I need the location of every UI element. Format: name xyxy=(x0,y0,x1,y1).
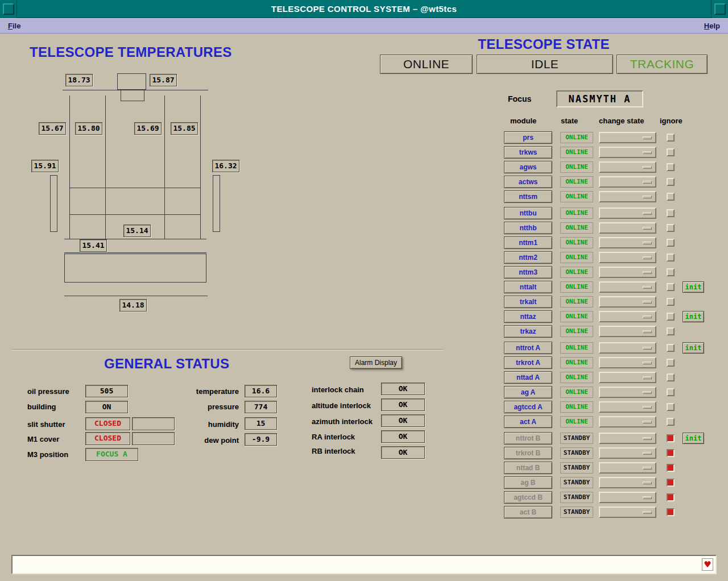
module-button[interactable]: trkws xyxy=(504,146,552,159)
change-state-dropdown[interactable] xyxy=(599,147,656,158)
module-button[interactable]: nttaz xyxy=(504,310,552,323)
ignore-checkbox[interactable] xyxy=(667,403,675,411)
change-state-dropdown[interactable] xyxy=(599,507,656,518)
schematic-line xyxy=(64,252,206,253)
ignore-checkbox[interactable] xyxy=(667,493,675,501)
module-button[interactable]: prs xyxy=(504,131,552,144)
init-button[interactable]: init xyxy=(682,281,704,293)
change-state-dropdown[interactable] xyxy=(599,372,656,383)
module-button[interactable]: nttbu xyxy=(504,207,552,219)
change-state-dropdown[interactable] xyxy=(599,267,656,278)
ignore-checkbox[interactable] xyxy=(667,449,675,457)
module-button[interactable]: nttrot B xyxy=(504,432,552,445)
ignore-checkbox[interactable] xyxy=(667,479,675,487)
change-state-dropdown[interactable] xyxy=(599,252,656,263)
change-state-dropdown[interactable] xyxy=(599,387,656,398)
change-state-dropdown[interactable] xyxy=(599,237,656,248)
change-state-dropdown[interactable] xyxy=(599,296,656,308)
init-button[interactable]: init xyxy=(682,342,704,354)
module-button[interactable]: agtccd A xyxy=(504,401,552,413)
module-button[interactable]: nttsm xyxy=(504,190,552,203)
change-state-dropdown[interactable] xyxy=(599,477,656,488)
module-button[interactable]: act A xyxy=(504,416,552,428)
ignore-checkbox[interactable] xyxy=(667,193,675,201)
ignore-checkbox[interactable] xyxy=(667,327,675,335)
dew-point-value: -9.9 xyxy=(245,433,277,446)
change-state-dropdown[interactable] xyxy=(599,462,656,474)
ignore-checkbox[interactable] xyxy=(667,374,675,381)
ignore-checkbox[interactable] xyxy=(667,254,675,262)
ignore-checkbox[interactable] xyxy=(667,239,675,247)
change-state-dropdown[interactable] xyxy=(599,191,656,202)
ignore-checkbox[interactable] xyxy=(667,209,675,217)
module-button[interactable]: nttm1 xyxy=(504,236,552,249)
module-button[interactable]: agtccd B xyxy=(504,491,552,504)
change-state-dropdown[interactable] xyxy=(599,208,656,219)
ignore-checkbox[interactable] xyxy=(667,163,675,171)
option-menu-dash-icon xyxy=(643,151,652,154)
change-state-dropdown[interactable] xyxy=(599,401,656,413)
menu-file[interactable]: File xyxy=(6,22,23,30)
module-button[interactable]: nttalt xyxy=(504,281,552,293)
change-state-dropdown[interactable] xyxy=(599,447,656,459)
message-line[interactable]: ♥ xyxy=(11,555,717,574)
ignore-checkbox[interactable] xyxy=(667,359,675,367)
ignore-checkbox[interactable] xyxy=(667,464,675,472)
change-state-dropdown[interactable] xyxy=(599,433,656,444)
ignore-checkbox[interactable] xyxy=(667,224,675,232)
module-button[interactable]: act B xyxy=(504,506,552,518)
init-button[interactable]: init xyxy=(682,433,704,444)
change-state-dropdown[interactable] xyxy=(599,357,656,368)
ignore-checkbox[interactable] xyxy=(667,268,675,276)
change-state-dropdown[interactable] xyxy=(599,342,656,354)
column-header-change-state: change state xyxy=(599,117,644,125)
module-button[interactable]: trkalt xyxy=(504,296,552,308)
change-state-dropdown[interactable] xyxy=(599,492,656,503)
module-button[interactable]: actws xyxy=(504,176,552,188)
module-button[interactable]: trkaz xyxy=(504,325,552,338)
schematic-rect xyxy=(64,254,206,283)
change-state-dropdown[interactable] xyxy=(599,161,656,173)
module-button[interactable]: ntthb xyxy=(504,222,552,234)
altitude-interlock-label: altitude interlock xyxy=(312,401,371,410)
ignore-checkbox[interactable] xyxy=(667,344,675,352)
ignore-checkbox[interactable] xyxy=(667,148,675,156)
change-state-dropdown[interactable] xyxy=(599,311,656,322)
init-button[interactable]: init xyxy=(682,311,704,322)
maximize-button[interactable] xyxy=(711,0,728,18)
module-button[interactable]: nttrot A xyxy=(504,342,552,354)
module-button[interactable]: agws xyxy=(504,161,552,173)
module-button[interactable]: trkrot A xyxy=(504,356,552,369)
module-row: nttbuONLINE xyxy=(504,207,715,219)
ignore-checkbox[interactable] xyxy=(667,388,675,396)
ignore-checkbox[interactable] xyxy=(667,508,675,516)
module-row: nttrot AONLINEinit xyxy=(504,342,715,354)
ignore-checkbox[interactable] xyxy=(667,298,675,306)
module-button[interactable]: nttm3 xyxy=(504,266,552,279)
menu-help[interactable]: Help xyxy=(702,22,722,30)
change-state-dropdown[interactable] xyxy=(599,416,656,428)
module-button[interactable]: nttad B xyxy=(504,462,552,474)
ignore-checkbox[interactable] xyxy=(667,283,675,291)
alarm-display-button[interactable]: Alarm Display xyxy=(350,356,402,369)
change-state-dropdown[interactable] xyxy=(599,222,656,234)
focus-value[interactable]: NASMYTH A xyxy=(556,90,643,107)
ignore-checkbox[interactable] xyxy=(667,313,675,321)
ignore-checkbox[interactable] xyxy=(667,434,675,442)
window-menu-button[interactable] xyxy=(0,0,17,18)
ignore-checkbox[interactable] xyxy=(667,178,675,186)
module-button[interactable]: trkrot B xyxy=(504,447,552,459)
alert-heart-icon[interactable]: ♥ xyxy=(702,558,713,571)
module-button[interactable]: ag A xyxy=(504,386,552,399)
module-button[interactable]: nttm2 xyxy=(504,251,552,264)
change-state-dropdown[interactable] xyxy=(599,281,656,293)
slit-shutter-label: slit shutter xyxy=(27,420,65,429)
module-button[interactable]: nttad A xyxy=(504,371,552,384)
ignore-checkbox[interactable] xyxy=(667,134,675,142)
module-button[interactable]: ag B xyxy=(504,476,552,489)
change-state-dropdown[interactable] xyxy=(599,176,656,188)
ignore-checkbox[interactable] xyxy=(667,418,675,426)
change-state-dropdown[interactable] xyxy=(599,132,656,143)
module-state: ONLINE xyxy=(560,208,593,219)
change-state-dropdown[interactable] xyxy=(599,326,656,337)
